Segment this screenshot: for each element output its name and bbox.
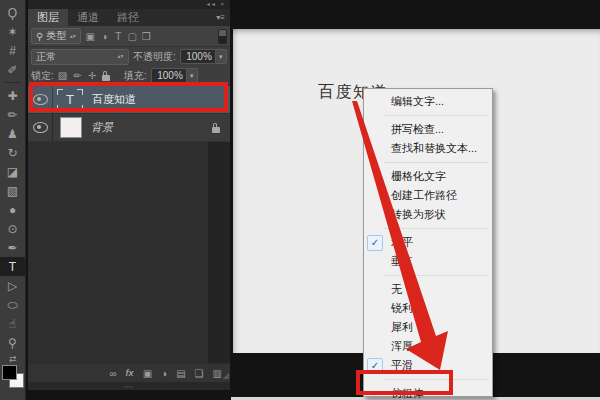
panel-header-bar: ◂◂ × bbox=[28, 0, 230, 9]
menu-item-label: 拼写检查... bbox=[391, 123, 444, 135]
add-layer-mask-icon[interactable]: ▣ bbox=[143, 368, 152, 379]
magic-wand-tool-icon[interactable]: ✶ bbox=[0, 22, 25, 41]
scrollbar-gutter[interactable] bbox=[208, 142, 230, 363]
path-selection-tool-icon[interactable]: ▷ bbox=[0, 276, 25, 295]
healing-brush-tool-icon[interactable]: ✚ bbox=[0, 86, 25, 105]
menu-item-label: 转换为形状 bbox=[391, 208, 446, 220]
lock-icons: ▨✏✛ bbox=[58, 70, 110, 81]
fill-dropdown-icon[interactable]: ▼ bbox=[187, 68, 198, 83]
search-icon: ⚲ bbox=[36, 31, 43, 42]
new-layer-icon[interactable]: ❏ bbox=[195, 368, 204, 379]
menu-item[interactable]: 查找和替换文本... bbox=[364, 139, 492, 158]
filter-kind-dropdown[interactable]: ⚲ 类型 ▴▾ bbox=[31, 28, 81, 44]
link-layers-icon[interactable]: ∞ bbox=[109, 368, 116, 379]
eraser-tool-icon[interactable]: ◪ bbox=[0, 162, 25, 181]
tab-layers[interactable]: 图层 bbox=[28, 9, 68, 26]
filter-kind-label: 类型 bbox=[46, 29, 66, 43]
collapse-panels-icon[interactable]: ◂◂ bbox=[207, 1, 217, 7]
new-group-icon[interactable]: ▤ bbox=[176, 368, 185, 379]
layer-lock-icon bbox=[212, 119, 220, 137]
type-tool-icon[interactable]: T bbox=[0, 257, 25, 276]
updown-arrows-icon: ▴▾ bbox=[117, 54, 124, 59]
checkmark-icon: ✓ bbox=[367, 235, 383, 251]
lasso-tool-icon[interactable]: Ϙ bbox=[0, 3, 25, 22]
menu-item[interactable]: 垂直 bbox=[364, 252, 492, 271]
visibility-toggle[interactable] bbox=[28, 114, 53, 141]
color-swatches: ⇄ bbox=[1, 356, 25, 398]
zoom-tool-icon[interactable]: ⚲ bbox=[0, 333, 25, 352]
swap-colors-icon[interactable]: ⇄ bbox=[9, 354, 17, 364]
menu-item-label: 垂直 bbox=[391, 255, 413, 267]
menu-item-label: 犀利 bbox=[391, 321, 413, 333]
menu-item[interactable]: 创建工作路径 bbox=[364, 186, 492, 205]
filter-pixel-layers-icon[interactable]: ▣ bbox=[83, 31, 97, 42]
pen-tool-icon[interactable]: ✒ bbox=[0, 238, 25, 257]
layer-name[interactable]: 背景 bbox=[91, 120, 113, 135]
layers-panel: ◂◂ × 图层 通道 路径 ▾≡ ⚲ 类型 ▴▾ ▣◑T▢❐ 正常 ▴▾ 不透明… bbox=[28, 0, 230, 390]
opacity-dropdown-icon[interactable]: ▼ bbox=[216, 49, 227, 64]
menu-item[interactable]: 拼写检查... bbox=[364, 120, 492, 139]
menu-item[interactable]: 浑厚 bbox=[364, 337, 492, 356]
menu-item-label: 创建工作路径 bbox=[391, 189, 457, 201]
menu-item[interactable]: 转换为形状 bbox=[364, 205, 492, 224]
filter-toggle-switch[interactable] bbox=[218, 29, 227, 44]
layers-empty-area bbox=[28, 142, 230, 363]
shape-tool-icon[interactable]: ⬭ bbox=[0, 295, 25, 314]
filter-adjustment-layers-icon[interactable]: ◑ bbox=[97, 31, 111, 42]
background-layer-thumbnail[interactable] bbox=[60, 117, 82, 138]
menu-item[interactable]: 锐利 bbox=[364, 299, 492, 318]
hand-tool-icon[interactable]: ☝ bbox=[0, 314, 25, 333]
lock-transparent-pixels-icon[interactable]: ▨ bbox=[58, 70, 67, 81]
clone-stamp-tool-icon[interactable]: ♟ bbox=[0, 124, 25, 143]
fill-control: 100% ▼ bbox=[151, 68, 198, 83]
crop-tool-icon[interactable]: # bbox=[0, 41, 25, 60]
adjustment-layer-icon[interactable]: ◑ bbox=[161, 368, 167, 379]
updown-arrows-icon: ▴▾ bbox=[69, 34, 76, 39]
filter-type-layers-icon[interactable]: T bbox=[111, 31, 125, 42]
history-brush-tool-icon[interactable]: ↻ bbox=[0, 143, 25, 162]
lock-position-icon[interactable]: ✛ bbox=[88, 70, 96, 81]
eyedropper-tool-icon[interactable]: ✐ bbox=[0, 60, 25, 79]
foreground-color-swatch[interactable] bbox=[2, 365, 17, 380]
panel-resize-grip[interactable]: ┅┅ bbox=[28, 382, 230, 390]
menu-item[interactable]: ✓水平 bbox=[364, 233, 492, 252]
opacity-value[interactable]: 100% bbox=[180, 49, 216, 64]
menu-separator bbox=[364, 224, 492, 233]
lock-image-pixels-icon[interactable]: ✏ bbox=[73, 70, 81, 81]
gradient-tool-icon[interactable]: ▧ bbox=[0, 181, 25, 200]
panel-resize-corner-icon[interactable]: ◢ bbox=[223, 371, 229, 380]
tools-palette: Ϙ✶#✐✚✏♟↻◪▧●⊙✒T▷⬭☝⚲ ⇄ bbox=[0, 0, 26, 400]
fill-value[interactable]: 100% bbox=[151, 68, 187, 83]
blend-mode-dropdown[interactable]: 正常 ▴▾ bbox=[31, 49, 129, 65]
layer-row[interactable]: 背景 bbox=[28, 114, 230, 142]
eye-icon bbox=[33, 122, 48, 133]
tab-channels[interactable]: 通道 bbox=[68, 9, 108, 26]
filter-shape-layers-icon[interactable]: ▢ bbox=[125, 31, 139, 42]
brush-tool-icon[interactable]: ✏ bbox=[0, 105, 25, 124]
dodge-tool-icon[interactable]: ⊙ bbox=[0, 219, 25, 238]
panel-tabs: 图层 通道 路径 ▾≡ bbox=[28, 9, 230, 26]
blend-mode-value: 正常 bbox=[36, 50, 56, 64]
delete-layer-icon[interactable]: ▥ bbox=[213, 368, 222, 379]
filter-smart-objects-icon[interactable]: ❐ bbox=[139, 31, 153, 42]
menu-item-label: 浑厚 bbox=[391, 340, 413, 352]
panel-menu-icon[interactable]: ▾≡ bbox=[216, 9, 230, 26]
fill-label: 填充: bbox=[124, 69, 147, 83]
padlock-icon bbox=[212, 127, 220, 133]
lock-all-icon[interactable] bbox=[102, 75, 110, 81]
annotation-box-menu-item bbox=[356, 370, 453, 395]
tab-paths[interactable]: 路径 bbox=[108, 9, 148, 26]
lock-label: 锁定: bbox=[31, 69, 54, 83]
menu-separator bbox=[364, 111, 492, 120]
menu-separator bbox=[364, 271, 492, 280]
menu-item-label: 水平 bbox=[391, 236, 413, 248]
menu-item[interactable]: 犀利 bbox=[364, 318, 492, 337]
menu-item-label: 栅格化文字 bbox=[391, 170, 446, 182]
close-panel-icon[interactable]: × bbox=[220, 1, 226, 7]
opacity-control: 100% ▼ bbox=[180, 49, 227, 64]
layer-style-icon[interactable]: fx bbox=[126, 368, 134, 378]
blur-tool-icon[interactable]: ● bbox=[0, 200, 25, 219]
menu-item[interactable]: 无 bbox=[364, 280, 492, 299]
menu-item[interactable]: 编辑文字... bbox=[364, 92, 492, 111]
menu-item[interactable]: 栅格化文字 bbox=[364, 167, 492, 186]
